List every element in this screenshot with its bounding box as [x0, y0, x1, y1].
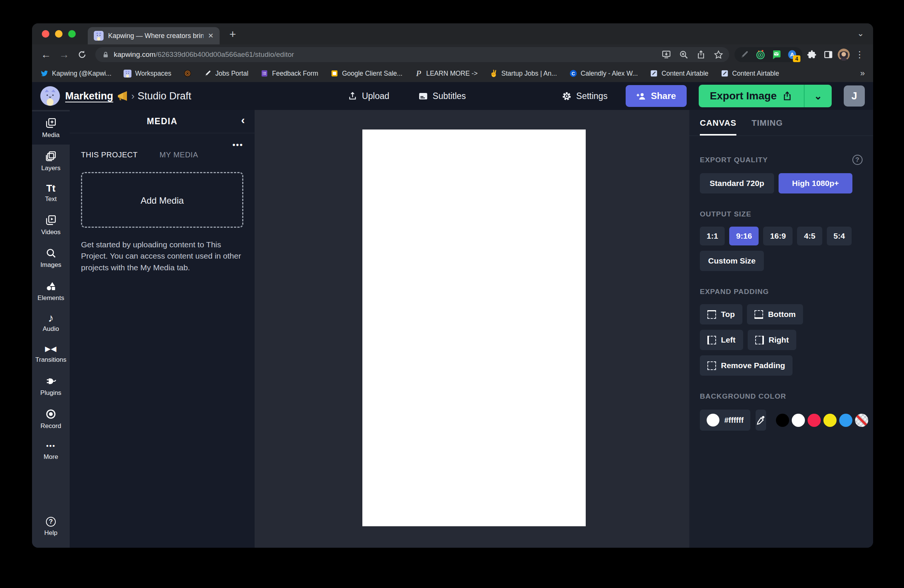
- size-1-1-button[interactable]: 1:1: [700, 227, 725, 246]
- tab-my-media[interactable]: MY MEDIA: [159, 151, 198, 159]
- swatch-transparent[interactable]: [855, 414, 868, 427]
- pad-top-button[interactable]: Top: [700, 304, 743, 325]
- share-button[interactable]: Share: [626, 85, 687, 107]
- settings-button[interactable]: Settings: [554, 85, 615, 107]
- swatch-yellow[interactable]: [823, 414, 836, 427]
- canvas[interactable]: [362, 129, 586, 526]
- side-panel-icon[interactable]: [821, 47, 836, 62]
- tab-this-project[interactable]: THIS PROJECT: [81, 151, 137, 159]
- export-options-caret[interactable]: ⌄: [804, 85, 832, 107]
- sidebar-item-plugins[interactable]: Plugins: [32, 369, 70, 402]
- export-group: Export Image ⌄: [699, 85, 832, 107]
- background-color-picker[interactable]: #ffffff: [700, 410, 750, 430]
- tab-timing[interactable]: TIMING: [751, 118, 783, 136]
- url-text: kapwing.com/626339d06b400d00a566ae61/stu…: [114, 50, 294, 59]
- sidebar-item-images[interactable]: Images: [32, 242, 70, 274]
- browser-menu-icon[interactable]: ⋮: [852, 49, 867, 60]
- pencil-blue-icon: [650, 69, 658, 77]
- size-16-9-button[interactable]: 16:9: [763, 227, 792, 246]
- new-tab-button[interactable]: +: [229, 28, 236, 41]
- bookmark-calendly[interactable]: C Calendly - Alex W...: [569, 69, 638, 77]
- back-button[interactable]: ←: [38, 47, 54, 63]
- pad-left-button[interactable]: Left: [700, 330, 743, 350]
- install-app-icon[interactable]: [659, 47, 673, 62]
- editor-workspace[interactable]: [254, 110, 689, 548]
- quality-standard-button[interactable]: Standard 720p: [700, 173, 774, 194]
- bookmark-content-airtable-1[interactable]: Content Airtable: [650, 69, 708, 77]
- bookmark-feedback-form[interactable]: Feedback Form: [260, 69, 318, 77]
- upload-icon: [348, 91, 357, 101]
- zoom-window-button[interactable]: [68, 30, 76, 38]
- bookmark-star-icon[interactable]: [711, 47, 725, 62]
- calendly-icon: C: [569, 69, 577, 77]
- bookmark-workspaces[interactable]: Workspaces: [123, 69, 171, 77]
- workspace-avatar[interactable]: [40, 86, 60, 106]
- bookmark-google-client[interactable]: Google Client Sale...: [330, 69, 403, 77]
- browser-tabstrip: Kapwing — Where creators brin ✕ + ⌄: [32, 23, 873, 44]
- media-panel-menu-icon[interactable]: •••: [81, 140, 243, 150]
- export-image-button[interactable]: Export Image: [699, 85, 804, 107]
- sidebar-item-layers[interactable]: Layers: [32, 145, 70, 178]
- workspace-link[interactable]: Marketing: [65, 90, 113, 102]
- window-controls[interactable]: [42, 30, 76, 38]
- forward-button[interactable]: →: [56, 47, 72, 63]
- swatch-red[interactable]: [808, 414, 821, 427]
- bookmark-startup-jobs[interactable]: ✌ Startup Jobs | An...: [490, 69, 557, 77]
- sidebar-item-audio[interactable]: ♪ Audio: [32, 307, 70, 339]
- bookmark-content-airtable-2[interactable]: Content Airtable: [721, 69, 779, 77]
- pad-right-button[interactable]: Right: [748, 330, 797, 350]
- custom-size-button[interactable]: Custom Size: [700, 251, 764, 271]
- bookmark-learn-more[interactable]: P LEARN MORE ->: [414, 69, 477, 77]
- sidebar-item-transitions[interactable]: ▶◀ Transitions: [32, 339, 70, 369]
- sidebar-item-text[interactable]: Tt Text: [32, 178, 70, 208]
- pencil-extension-icon[interactable]: [738, 48, 751, 61]
- search-icon: [46, 248, 57, 259]
- bookmark-orange[interactable]: [183, 69, 192, 77]
- extensions-puzzle-icon[interactable]: [804, 47, 819, 62]
- minimize-window-button[interactable]: [55, 30, 63, 38]
- sidebar-item-record[interactable]: Record: [32, 402, 70, 435]
- media-panel-description: Get started by uploading content to This…: [81, 239, 243, 273]
- sidebar-item-media[interactable]: Media: [32, 112, 70, 145]
- a-extension-icon[interactable]: A 4: [786, 48, 798, 61]
- size-9-16-button[interactable]: 9:16: [729, 227, 759, 246]
- size-5-4-button[interactable]: 5:4: [827, 227, 852, 246]
- browser-profile-avatar[interactable]: [838, 49, 850, 61]
- swatch-white[interactable]: [792, 414, 805, 427]
- sidebar-item-help[interactable]: ? Help: [32, 511, 70, 542]
- sidebar-item-elements[interactable]: Elements: [32, 274, 70, 307]
- user-avatar[interactable]: J: [844, 85, 865, 107]
- share-page-icon[interactable]: [694, 47, 708, 62]
- tab-canvas[interactable]: CANVAS: [700, 118, 736, 136]
- sidebar-item-more[interactable]: ••• More: [32, 435, 70, 467]
- size-4-5-button[interactable]: 4:5: [797, 227, 822, 246]
- tab-search-chevron-icon[interactable]: ⌄: [857, 28, 864, 38]
- collapse-panel-icon[interactable]: ‹: [241, 114, 245, 126]
- color-hex-value: #ffffff: [724, 416, 744, 425]
- bookmarks-overflow-chevron[interactable]: »: [860, 68, 865, 78]
- bookmark-kapwing-twitter[interactable]: Kapwing (@Kapwi...: [40, 69, 112, 77]
- browser-tab[interactable]: Kapwing — Where creators brin ✕: [88, 27, 220, 44]
- swatch-blue[interactable]: [839, 414, 852, 427]
- kapwing-favicon-icon: [94, 31, 104, 41]
- zoom-page-icon[interactable]: [676, 47, 691, 62]
- tab-close-icon[interactable]: ✕: [208, 32, 213, 40]
- swatch-black[interactable]: [776, 414, 789, 427]
- pad-bottom-button[interactable]: Bottom: [747, 304, 803, 325]
- eyedropper-button[interactable]: [755, 410, 766, 430]
- quality-high-button[interactable]: High 1080p+: [779, 173, 852, 194]
- right-panel-tabs: CANVAS TIMING: [689, 110, 873, 136]
- subtitles-button[interactable]: Subtitles: [411, 85, 474, 107]
- reload-button[interactable]: [74, 47, 90, 63]
- close-window-button[interactable]: [42, 30, 49, 38]
- chat-extension-icon[interactable]: [770, 48, 783, 61]
- add-media-dropzone[interactable]: Add Media: [81, 172, 243, 228]
- upload-button[interactable]: Upload: [340, 85, 397, 107]
- bookmark-jobs-portal[interactable]: Jobs Portal: [204, 69, 248, 77]
- help-question-icon[interactable]: ?: [852, 155, 863, 165]
- orbit-extension-icon[interactable]: [754, 48, 767, 61]
- address-bar[interactable]: kapwing.com/626339d06b400d00a566ae61/stu…: [95, 47, 729, 62]
- sidebar-item-videos[interactable]: Videos: [32, 208, 70, 242]
- remove-padding-button[interactable]: Remove Padding: [700, 355, 792, 376]
- pad-remove-icon: [707, 361, 716, 370]
